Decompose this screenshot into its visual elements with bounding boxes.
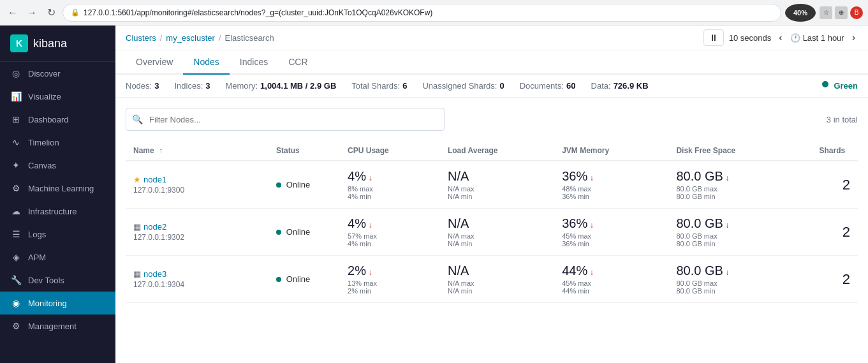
table-row: ▦node3 127.0.0.1:9304 Online 2% ↓ 13% ma… xyxy=(126,256,858,303)
tab-indices[interactable]: Indices xyxy=(230,50,278,75)
disk-sub: 80.0 GB max80.0 GB min xyxy=(676,185,804,200)
sidebar-item-monitoring[interactable]: ◉ Monitoring xyxy=(0,292,115,315)
url-text: 127.0.0.1:5601/app/monitoring#/elasticse… xyxy=(84,8,432,17)
cpu-arrow: ↓ xyxy=(369,268,372,277)
disk-arrow: ↓ xyxy=(725,174,729,182)
profile-icon[interactable]: B xyxy=(850,6,863,19)
status-dot xyxy=(822,81,828,87)
cpu-arrow: ↓ xyxy=(369,221,372,230)
load-value: N/A xyxy=(448,216,469,230)
cell-disk: 80.0 GB ↓ 80.0 GB max80.0 GB min xyxy=(668,161,811,209)
jvm-sub: 45% max44% min xyxy=(562,279,661,295)
logs-icon: ☰ xyxy=(10,229,22,239)
sidebar-item-timelion[interactable]: ∿ Timelion xyxy=(0,131,115,154)
tab-ccr[interactable]: CCR xyxy=(278,50,318,75)
shards-value: 2 xyxy=(842,224,850,240)
stat-nodes: Nodes: 3 xyxy=(126,81,159,91)
sidebar-item-apm[interactable]: ◈ APM xyxy=(0,246,115,269)
server-icon: ▦ xyxy=(133,269,141,279)
stat-indices: Indices: 3 xyxy=(174,81,210,91)
load-value: N/A xyxy=(448,169,469,183)
discover-icon: ◎ xyxy=(10,68,22,78)
sidebar-item-label: APM xyxy=(28,253,46,262)
jvm-arrow: ↓ xyxy=(590,221,594,230)
pause-button[interactable]: ⏸ xyxy=(703,29,724,46)
disk-arrow: ↓ xyxy=(725,268,729,277)
extensions-icon[interactable]: ⊕ xyxy=(835,6,848,19)
infrastructure-icon: ☁ xyxy=(10,206,22,216)
load-value: N/A xyxy=(448,263,469,278)
filter-nodes-input[interactable] xyxy=(126,108,445,131)
reload-button[interactable]: ↻ xyxy=(43,5,59,20)
node-name-link[interactable]: node1 xyxy=(143,175,166,184)
sort-icon-name: ↑ xyxy=(159,146,163,155)
tab-overview[interactable]: Overview xyxy=(126,50,183,75)
col-header-load[interactable]: Load Average xyxy=(440,141,554,161)
disk-value: 80.0 GB xyxy=(676,216,723,230)
status-text: Online xyxy=(286,274,311,284)
sidebar-item-canvas[interactable]: ✦ Canvas xyxy=(0,154,115,177)
sidebar-item-label: Timelion xyxy=(28,138,59,147)
cpu-arrow: ↓ xyxy=(369,174,372,182)
cell-disk: 80.0 GB ↓ 80.0 GB max80.0 GB min xyxy=(668,256,811,303)
sidebar-item-label: Infrastructure xyxy=(28,207,77,216)
cell-jvm: 36% ↓ 45% max36% min xyxy=(554,209,668,256)
sidebar-item-ml[interactable]: ⚙ Machine Learning xyxy=(0,177,115,200)
sidebar-item-dashboard[interactable]: ⊞ Dashboard xyxy=(0,108,115,131)
sidebar-item-discover[interactable]: ◎ Discover xyxy=(0,62,115,85)
kibana-icon: K xyxy=(10,34,28,52)
cpu-indicator: 40% xyxy=(785,4,816,22)
cell-cpu: 2% ↓ 13% max2% min xyxy=(340,256,440,303)
total-count: 3 in total xyxy=(827,115,858,124)
node-address: 127.0.0.1:9304 xyxy=(133,280,261,289)
breadcrumb-clusters[interactable]: Clusters xyxy=(126,33,156,43)
sidebar-item-logs[interactable]: ☰ Logs xyxy=(0,223,115,246)
cell-status: Online xyxy=(268,209,340,256)
status-text: Online xyxy=(286,227,311,237)
tab-nodes[interactable]: Nodes xyxy=(183,50,229,75)
col-header-name[interactable]: Name ↑ xyxy=(126,141,268,161)
sidebar-item-visualize[interactable]: 📊 Visualize xyxy=(0,85,115,108)
breadcrumb-sep1: / xyxy=(160,33,163,43)
back-button[interactable]: ← xyxy=(5,5,20,20)
time-next-button[interactable]: › xyxy=(850,31,858,45)
sidebar-item-label: Monitoring xyxy=(28,299,67,308)
timelion-icon: ∿ xyxy=(10,137,22,147)
col-header-jvm[interactable]: JVM Memory xyxy=(554,141,668,161)
load-sub: N/A maxN/A min xyxy=(448,185,547,200)
stat-total-shards: Total Shards: 6 xyxy=(351,81,407,91)
management-icon: ⚙ xyxy=(10,321,22,331)
time-prev-button[interactable]: ‹ xyxy=(776,31,784,45)
col-header-status[interactable]: Status xyxy=(268,141,340,161)
sidebar-logo: K kibana xyxy=(0,26,115,62)
clock-icon: 🕐 xyxy=(790,33,800,43)
ml-icon: ⚙ xyxy=(10,183,22,193)
breadcrumb-cluster[interactable]: my_escluster xyxy=(166,33,215,43)
sidebar-item-infrastructure[interactable]: ☁ Infrastructure xyxy=(0,200,115,223)
col-header-disk[interactable]: Disk Free Space xyxy=(668,141,811,161)
breadcrumb: Clusters / my_escluster / Elasticsearch xyxy=(126,33,274,43)
shards-value: 2 xyxy=(842,177,850,193)
sidebar-item-devtools[interactable]: 🔧 Dev Tools xyxy=(0,269,115,292)
sidebar-item-label: Management xyxy=(28,322,77,331)
jvm-arrow: ↓ xyxy=(590,268,594,277)
node-name-link[interactable]: node2 xyxy=(143,222,166,232)
online-dot xyxy=(276,182,281,188)
col-header-shards[interactable]: Shards xyxy=(812,141,858,161)
node-address: 127.0.0.1:9302 xyxy=(133,233,261,242)
monitoring-icon: ◉ xyxy=(10,298,22,308)
content-area: 🔍 3 in total Name ↑ Status CPU Usage Lo xyxy=(115,98,868,363)
disk-arrow: ↓ xyxy=(725,221,729,230)
bookmark-icon[interactable]: ☆ xyxy=(820,6,832,19)
node-name-link[interactable]: node3 xyxy=(143,269,166,279)
forward-button[interactable]: → xyxy=(24,5,40,20)
search-icon: 🔍 xyxy=(132,114,143,124)
address-bar[interactable]: 🔒 127.0.0.1:5601/app/monitoring#/elastic… xyxy=(63,4,781,22)
online-dot xyxy=(276,230,281,235)
cell-cpu: 4% ↓ 57% max4% min xyxy=(340,209,440,256)
main-content: Clusters / my_escluster / Elasticsearch … xyxy=(115,26,868,363)
col-header-cpu[interactable]: CPU Usage xyxy=(340,141,440,161)
jvm-value: 36% xyxy=(562,216,587,230)
sidebar-item-management[interactable]: ⚙ Management xyxy=(0,315,115,337)
nodes-table: Name ↑ Status CPU Usage Load Average JVM… xyxy=(126,141,858,303)
